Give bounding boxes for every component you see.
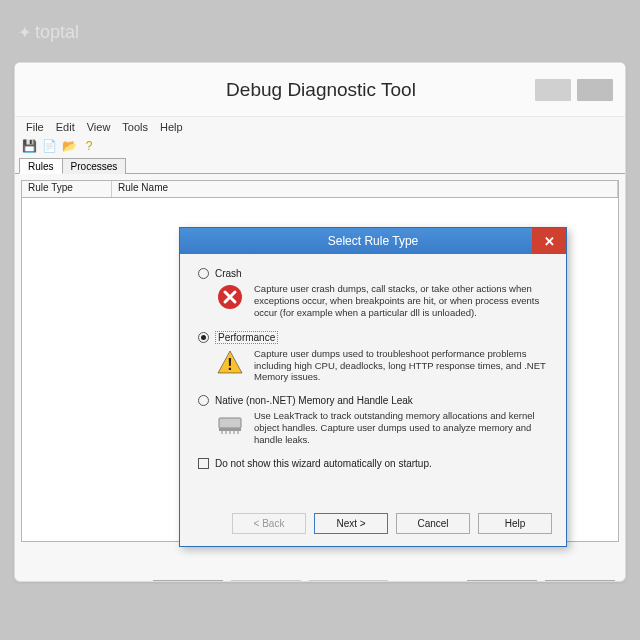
select-rule-type-dialog: Select Rule Type ✕ Crash Capture user cr… [179,227,567,547]
page-icon[interactable]: 📄 [41,138,57,154]
svg-rect-3 [219,418,241,428]
help-button[interactable]: Help [478,513,552,534]
option-performance[interactable]: Performance [198,331,548,344]
svg-rect-4 [219,428,241,431]
add-rule-button[interactable]: Add Rule... [153,580,223,582]
option-performance-label: Performance [215,331,278,344]
radio-icon[interactable] [198,395,209,406]
app-window: Debug Diagnostic Tool File Edit View Too… [14,62,626,582]
grid-header: Rule Type Rule Name [21,180,619,198]
edit-rule-button: Edit Rule... [231,580,301,582]
open-folder-icon[interactable]: 📂 [61,138,77,154]
export-button[interactable]: Export... [545,580,615,582]
menu-edit[interactable]: Edit [51,120,80,134]
tab-rules[interactable]: Rules [19,158,63,174]
option-native-desc: Use LeakTrack to track outstanding memor… [254,410,548,446]
checkbox-icon[interactable] [198,458,209,469]
help-icon[interactable]: ? [81,138,97,154]
option-crash-label: Crash [215,268,242,279]
svg-text:!: ! [227,356,232,373]
window-title: Debug Diagnostic Tool [107,79,535,101]
toolbar: 💾 📄 📂 ? [15,136,625,157]
menu-tools[interactable]: Tools [117,120,153,134]
option-crash-desc: Capture user crash dumps, call stacks, o… [254,283,548,319]
remove-rule-button: Remove Rule [309,580,388,582]
next-button[interactable]: Next > [314,513,388,534]
column-rule-name[interactable]: Rule Name [112,181,618,197]
error-icon [216,283,244,311]
column-rule-type[interactable]: Rule Type [22,181,112,197]
cancel-button[interactable]: Cancel [396,513,470,534]
tabstrip: Rules Processes [15,157,625,174]
startup-checkbox-row[interactable]: Do not show this wizard automatically on… [198,458,548,469]
menubar: File Edit View Tools Help [15,117,625,136]
warning-icon: ! [216,348,244,376]
close-icon[interactable]: ✕ [532,228,566,254]
maximize-button[interactable] [577,79,613,101]
import-button[interactable]: Import... [467,580,537,582]
dialog-title: Select Rule Type ✕ [180,228,566,254]
option-native-label: Native (non-.NET) Memory and Handle Leak [215,395,413,406]
memory-chip-icon [216,410,244,438]
tab-processes[interactable]: Processes [62,158,127,174]
bottom-button-bar: Add Rule... Edit Rule... Remove Rule Imp… [15,574,625,582]
client-area: Rule Type Rule Name Select Rule Type ✕ C… [15,174,625,574]
option-performance-desc: Capture user dumps used to troubleshoot … [254,348,548,384]
save-icon[interactable]: 💾 [21,138,37,154]
menu-help[interactable]: Help [155,120,188,134]
startup-checkbox-label: Do not show this wizard automatically on… [215,458,432,469]
minimize-button[interactable] [535,79,571,101]
radio-icon[interactable] [198,268,209,279]
menu-file[interactable]: File [21,120,49,134]
radio-icon[interactable] [198,332,209,343]
titlebar: Debug Diagnostic Tool [15,63,625,117]
menu-view[interactable]: View [82,120,116,134]
logo-icon: ✦ [18,23,31,42]
logo-text: toptal [35,22,79,43]
option-crash[interactable]: Crash [198,268,548,279]
dialog-title-text: Select Rule Type [328,234,419,248]
back-button: < Back [232,513,306,534]
toptal-logo: ✦ toptal [18,22,79,43]
option-native[interactable]: Native (non-.NET) Memory and Handle Leak [198,395,548,406]
